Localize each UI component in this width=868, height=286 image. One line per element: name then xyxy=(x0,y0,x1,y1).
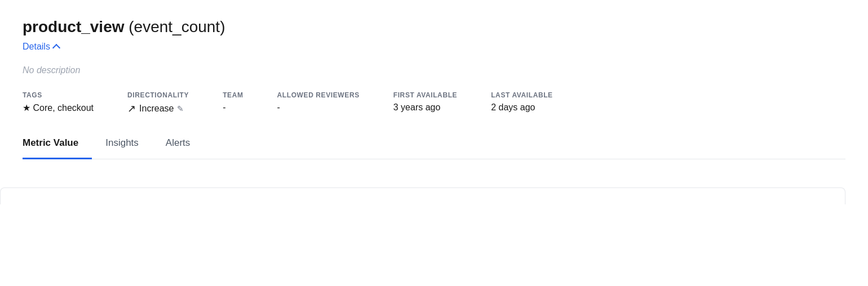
page-title: product_view (event_count) xyxy=(23,18,845,36)
tags-field: TAGS ★ Core, checkout xyxy=(23,91,94,113)
trend-up-icon: ↗ xyxy=(127,102,136,115)
directionality-field: DIRECTIONALITY ↗ Increase ✎ xyxy=(127,91,189,115)
tab-alerts[interactable]: Alerts xyxy=(152,128,203,159)
edit-icon[interactable]: ✎ xyxy=(177,104,184,113)
team-value: - xyxy=(223,102,243,113)
team-label: TEAM xyxy=(223,91,243,99)
allowed-reviewers-value: - xyxy=(277,102,360,113)
details-toggle[interactable]: Details xyxy=(23,42,59,52)
allowed-reviewers-field: ALLOWED REVIEWERS - xyxy=(277,91,360,113)
description-text: No description xyxy=(23,65,845,75)
tags-text: ★ Core, checkout xyxy=(23,102,94,113)
bottom-area xyxy=(23,159,845,204)
tags-label: TAGS xyxy=(23,91,94,99)
tab-metric-value[interactable]: Metric Value xyxy=(23,128,92,159)
details-label: Details xyxy=(23,42,50,52)
last-available-value: 2 days ago xyxy=(491,102,553,113)
first-available-value: 3 years ago xyxy=(393,102,457,113)
last-available-label: LAST AVAILABLE xyxy=(491,91,553,99)
chart-area-border xyxy=(0,187,845,204)
first-available-label: FIRST AVAILABLE xyxy=(393,91,457,99)
main-container: product_view (event_count) Details No de… xyxy=(0,0,868,204)
tags-value: ★ Core, checkout xyxy=(23,102,94,113)
directionality-value: ↗ Increase ✎ xyxy=(127,102,189,115)
team-field: TEAM - xyxy=(223,91,243,113)
title-bold: product_view xyxy=(23,18,124,35)
directionality-text: Increase xyxy=(139,104,174,114)
allowed-reviewers-label: ALLOWED REVIEWERS xyxy=(277,91,360,99)
tabs-row: Metric Value Insights Alerts xyxy=(23,128,845,159)
tab-insights[interactable]: Insights xyxy=(92,128,152,159)
chevron-up-icon xyxy=(52,43,60,51)
directionality-label: DIRECTIONALITY xyxy=(127,91,189,99)
first-available-field: FIRST AVAILABLE 3 years ago xyxy=(393,91,457,113)
last-available-field: LAST AVAILABLE 2 days ago xyxy=(491,91,553,113)
title-normal: (event_count) xyxy=(124,18,225,35)
meta-row: TAGS ★ Core, checkout DIRECTIONALITY ↗ I… xyxy=(23,91,845,115)
